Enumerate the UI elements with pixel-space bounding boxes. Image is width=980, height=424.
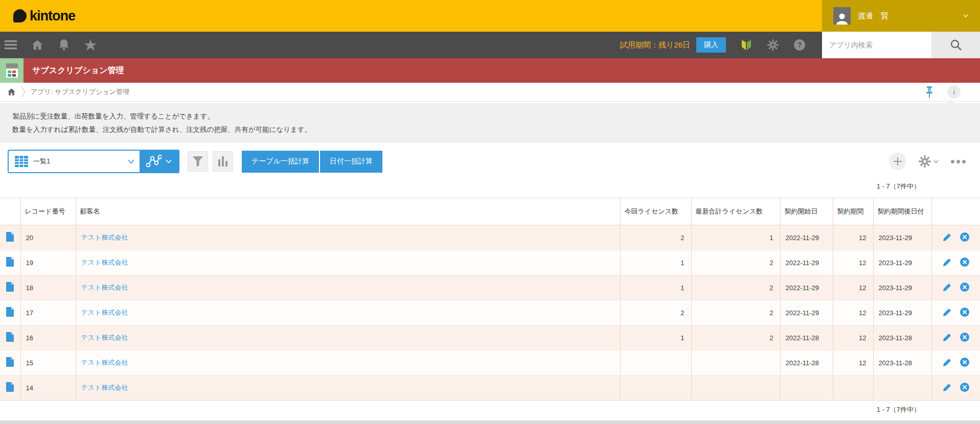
edit-pencil-icon[interactable] [943, 358, 951, 367]
edit-pencil-icon[interactable] [943, 258, 951, 267]
edit-pencil-icon[interactable] [943, 283, 951, 292]
actions-cell [931, 225, 980, 250]
user-menu[interactable]: 渡邊 賢 [822, 0, 980, 32]
graph-view-button[interactable] [140, 151, 178, 172]
record-icon-cell [0, 275, 20, 300]
customer-link[interactable]: テスト株式会社 [81, 359, 128, 366]
license-total-cell [691, 350, 780, 375]
admin-gear-icon[interactable] [766, 38, 780, 52]
start-date-cell: 2022-11-28 [780, 325, 833, 350]
beginner-mark-icon[interactable] [740, 38, 753, 52]
settings-chevron-down-icon [933, 160, 939, 163]
help-question-icon[interactable]: ? [793, 38, 806, 52]
record-detail-icon[interactable] [6, 307, 14, 317]
description-arrow [946, 99, 955, 104]
actions-cell [931, 250, 980, 275]
filter-button[interactable] [188, 151, 208, 172]
record-icon-cell [0, 325, 20, 350]
record-no-cell: 15 [20, 350, 76, 375]
license-now-cell: 1 [620, 275, 691, 300]
col-end-date: 契約期間後日付 [873, 198, 931, 225]
start-date-cell: 2022-11-29 [780, 300, 833, 325]
add-record-button[interactable] [889, 153, 906, 170]
period-cell: 12 [833, 275, 873, 300]
edit-pencil-icon[interactable] [943, 333, 951, 342]
end-date-cell: 2023-11-29 [873, 225, 931, 250]
license-now-cell [620, 350, 691, 375]
view-name: 一覧1 [33, 157, 123, 166]
delete-x-icon[interactable] [960, 282, 969, 292]
start-date-cell: 2022-11-29 [780, 250, 833, 275]
plus-icon [893, 157, 902, 166]
record-detail-icon[interactable] [6, 282, 14, 292]
customer-link[interactable]: テスト株式会社 [81, 258, 128, 266]
record-detail-icon[interactable] [6, 357, 14, 367]
record-table: レコード番号 顧客名 今回ライセンス数 最新合計ライセンス数 契約開始日 契約期… [0, 198, 980, 401]
actions-cell [931, 275, 980, 300]
global-toolbar: 試用期間：残り26日 購入 ? [0, 32, 980, 58]
customer-cell: テスト株式会社 [76, 375, 620, 401]
customer-link[interactable]: テスト株式会社 [81, 233, 128, 241]
notifications-bell-icon[interactable] [57, 38, 71, 52]
hamburger-menu-icon[interactable] [4, 38, 17, 52]
delete-x-icon[interactable] [960, 232, 969, 242]
start-date-cell [780, 375, 833, 401]
record-detail-icon[interactable] [6, 232, 14, 242]
record-detail-icon[interactable] [6, 332, 14, 342]
edit-pencil-icon[interactable] [943, 308, 951, 317]
bottom-edge-strip [0, 420, 980, 424]
view-settings-button[interactable] [919, 155, 939, 168]
col-icon [0, 198, 20, 225]
record-detail-icon[interactable] [6, 257, 14, 267]
table-body: 20 テスト株式会社 2 1 2022-11-29 12 2023-11-29 … [0, 225, 980, 401]
home-icon[interactable] [31, 38, 44, 52]
top-header: kintone 渡邊 賢 [0, 0, 980, 32]
breadcrumb-home-icon[interactable] [7, 88, 16, 96]
app-info-icon[interactable]: i [947, 85, 961, 99]
app-calculator-icon[interactable] [0, 58, 24, 83]
app-search-input[interactable] [822, 32, 931, 58]
buy-button[interactable]: 購入 [696, 37, 726, 53]
end-date-cell [873, 375, 931, 401]
record-no-cell: 20 [20, 225, 76, 250]
record-no-cell: 19 [20, 250, 76, 275]
customer-link[interactable]: テスト株式会社 [81, 334, 128, 341]
chart-button[interactable] [213, 151, 233, 172]
license-total-cell: 2 [691, 250, 780, 275]
col-start-date: 契約開始日 [780, 198, 833, 225]
license-total-cell: 2 [691, 275, 780, 300]
chevron-down-icon [963, 13, 969, 19]
table-batch-calc-button[interactable]: テーブル一括計算 [242, 151, 319, 173]
record-no-cell: 17 [20, 300, 76, 325]
delete-x-icon[interactable] [960, 358, 969, 367]
app-search-button[interactable] [931, 32, 980, 58]
table-row: 18 テスト株式会社 1 2 2022-11-29 12 2023-11-29 [0, 275, 980, 300]
more-options-button[interactable] [951, 160, 966, 163]
delete-x-icon[interactable] [960, 308, 969, 317]
pin-icon[interactable] [926, 86, 933, 98]
view-dropdown[interactable]: 一覧1 [9, 151, 140, 172]
record-detail-icon[interactable] [6, 382, 14, 392]
col-license-total: 最新合計ライセンス数 [691, 198, 780, 225]
period-cell: 12 [833, 325, 873, 350]
customer-link[interactable]: テスト株式会社 [81, 284, 128, 291]
delete-x-icon[interactable] [960, 257, 969, 267]
actions-cell [931, 300, 980, 325]
kintone-logo-icon [13, 9, 27, 22]
edit-pencil-icon[interactable] [943, 233, 951, 242]
kintone-logo[interactable]: kintone [0, 8, 75, 24]
delete-x-icon[interactable] [960, 383, 969, 392]
favorites-star-icon[interactable] [84, 38, 97, 52]
customer-cell: テスト株式会社 [76, 325, 620, 350]
svg-text:?: ? [797, 41, 802, 49]
date-batch-calc-button[interactable]: 日付一括計算 [320, 151, 382, 173]
customer-link[interactable]: テスト株式会社 [81, 309, 128, 316]
record-no-cell: 14 [20, 375, 76, 401]
breadcrumb-text: アプリ: サブスクリプション管理 [31, 87, 129, 97]
breadcrumb: アプリ: サブスクリプション管理 i [0, 83, 980, 102]
customer-link[interactable]: テスト株式会社 [81, 384, 128, 391]
license-total-cell: 2 [691, 325, 780, 350]
edit-pencil-icon[interactable] [943, 383, 951, 392]
license-now-cell: 1 [620, 250, 691, 275]
delete-x-icon[interactable] [960, 333, 969, 342]
